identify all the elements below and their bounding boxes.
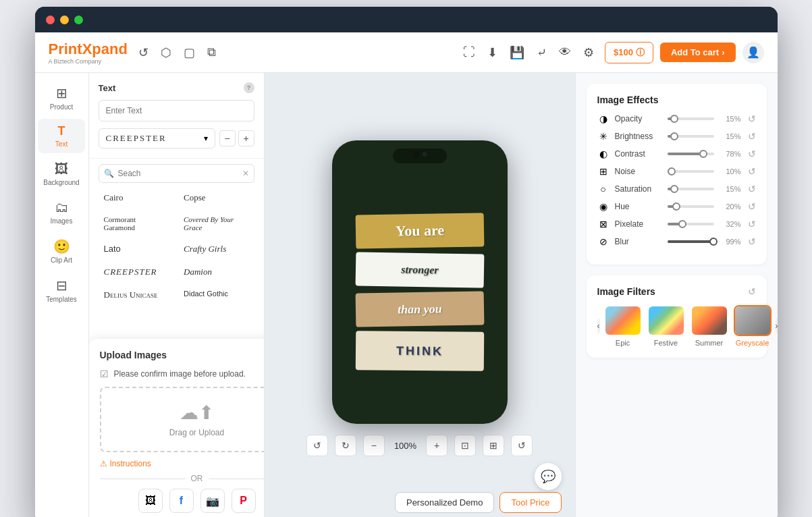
noise-reset[interactable]: ↺	[748, 166, 756, 177]
filters-prev-button[interactable]: ‹	[597, 318, 600, 334]
brightness-slider[interactable]	[668, 135, 714, 138]
zoom-out-button[interactable]: −	[363, 435, 385, 456]
logo-sub: A Biztech Company	[49, 58, 128, 65]
font-item-lato[interactable]: Lato	[99, 240, 175, 258]
blur-reset[interactable]: ↺	[748, 236, 756, 247]
upload-dropzone[interactable]: ☁⬆ Drag or Upload	[100, 387, 265, 452]
personalized-demo-button[interactable]: Personalized Demo	[395, 492, 494, 513]
pixelate-reset[interactable]: ↺	[748, 219, 756, 229]
fullscreen-icon[interactable]: ⛶	[463, 45, 475, 59]
opacity-thumb[interactable]	[670, 115, 678, 123]
opacity-value: 15%	[720, 115, 741, 123]
brightness-thumb[interactable]	[670, 132, 678, 140]
price-button[interactable]: $100 ⓘ	[605, 42, 653, 63]
social-buttons: 🖼 f 📷 P	[100, 489, 265, 513]
crop-canvas-button[interactable]: ⊡	[454, 435, 476, 456]
noise-slider[interactable]	[668, 170, 714, 173]
font-item-cairo[interactable]: Cairo	[99, 188, 175, 207]
saturation-thumb[interactable]	[670, 185, 678, 193]
facebook-upload-button[interactable]: f	[169, 489, 194, 513]
filter-item-festive[interactable]: Festive	[647, 305, 685, 347]
sidebar-item-text[interactable]: T Text	[38, 119, 85, 153]
sidebar-item-product[interactable]: ⊞ Product	[38, 80, 85, 116]
redo-canvas-button[interactable]: ↻	[335, 435, 356, 456]
settings-icon[interactable]: ⚙	[583, 45, 594, 60]
hue-reset[interactable]: ↺	[748, 201, 756, 212]
noise-thumb[interactable]	[668, 167, 676, 175]
instructions-link[interactable]: ⚠ Instructions	[100, 459, 151, 468]
refresh-canvas-button[interactable]: ↺	[511, 435, 533, 456]
price-info-icon[interactable]: ⓘ	[636, 47, 645, 59]
user-menu-button[interactable]: 👤	[742, 42, 764, 63]
sidebar-item-templates[interactable]: ⊟ Templates	[38, 272, 85, 308]
saturation-slider[interactable]	[668, 188, 714, 190]
filter-thumb-summer	[691, 305, 728, 336]
layers-icon[interactable]: ⬡	[161, 45, 171, 60]
filter-item-summer[interactable]: Summer	[691, 305, 728, 347]
font-item-copse[interactable]: Copse	[178, 188, 254, 207]
blur-slider[interactable]	[668, 240, 714, 243]
sidebar-item-templates-label: Templates	[46, 296, 77, 303]
opacity-slider[interactable]	[668, 117, 714, 120]
gallery-upload-button[interactable]: 🖼	[138, 489, 163, 513]
grid-button[interactable]: ⊞	[483, 435, 504, 456]
chat-button[interactable]: 💬	[535, 463, 562, 490]
pinterest-upload-button[interactable]: P	[232, 489, 256, 513]
download-icon[interactable]: ⬇	[487, 45, 497, 60]
font-item-damion[interactable]: Damion	[178, 263, 254, 281]
save-icon[interactable]: 💾	[510, 45, 524, 60]
font-size-increase[interactable]: +	[238, 130, 254, 146]
font-search-clear[interactable]: ✕	[242, 169, 249, 178]
opacity-reset[interactable]: ↺	[748, 113, 756, 124]
saturation-reset[interactable]: ↺	[748, 184, 756, 194]
font-list: Cairo Copse Cormorant Garamond Covered B…	[89, 188, 264, 304]
font-item-crafty[interactable]: Crafty Girls	[178, 240, 254, 258]
contrast-thumb[interactable]	[699, 150, 707, 158]
add-cart-label: Add To cart	[671, 47, 719, 57]
font-item-didact[interactable]: Didact Gothic	[178, 285, 254, 304]
font-item-cormorant[interactable]: Cormorant Garamond	[99, 211, 175, 236]
close-dot[interactable]	[46, 16, 55, 24]
crop-icon[interactable]: ▢	[184, 45, 195, 60]
instagram-upload-button[interactable]: 📷	[200, 489, 225, 513]
font-item-covered[interactable]: Covered By Your Grace	[178, 211, 254, 236]
hue-thumb[interactable]	[672, 202, 680, 211]
hue-slider[interactable]	[668, 205, 714, 208]
contrast-slider[interactable]	[668, 153, 714, 155]
image-effects-title: Image Effects	[597, 94, 756, 105]
sidebar-item-background[interactable]: 🖼 Background	[38, 156, 85, 192]
blur-thumb[interactable]	[709, 238, 718, 246]
sidebar-item-clipart[interactable]: 🙂 Clip Art	[38, 233, 85, 269]
preview-icon[interactable]: 👁	[559, 45, 571, 59]
filters-refresh-icon[interactable]: ↺	[748, 286, 756, 297]
zoom-in-button[interactable]: +	[426, 435, 448, 456]
brightness-reset[interactable]: ↺	[748, 131, 756, 142]
brightness-value: 15%	[720, 132, 741, 140]
share-icon[interactable]: ⤶	[537, 45, 547, 60]
filter-item-greyscale[interactable]: Greyscale	[734, 305, 772, 347]
text-info-icon[interactable]: ?	[244, 82, 254, 93]
font-dropdown-chevron: ▾	[204, 134, 208, 143]
contrast-reset[interactable]: ↺	[748, 148, 756, 159]
pixelate-slider[interactable]	[668, 223, 714, 225]
pixelate-thumb[interactable]	[678, 220, 686, 228]
tool-price-button[interactable]: Tool Price	[499, 492, 561, 513]
sidebar-item-images[interactable]: 🗂 Images	[38, 194, 85, 230]
add-to-cart-button[interactable]: Add To cart ›	[660, 43, 736, 62]
font-size-decrease[interactable]: −	[219, 130, 236, 146]
font-item-delius[interactable]: Delius Unicase	[99, 285, 175, 304]
image-effects-section: Image Effects ◑ Opacity 15% ↺	[587, 84, 767, 265]
copy-icon[interactable]: ⧉	[207, 45, 216, 59]
minimize-dot[interactable]	[60, 16, 69, 24]
maximize-dot[interactable]	[74, 16, 83, 24]
logo-text: PrintXpand	[49, 40, 128, 58]
font-dropdown[interactable]: CREEPSTER ▾	[99, 128, 215, 148]
text-input[interactable]	[99, 100, 254, 121]
undo-canvas-button[interactable]: ↺	[306, 435, 328, 456]
blur-label: Blur	[615, 237, 662, 246]
font-search-input[interactable]	[99, 164, 254, 183]
filter-item-epic[interactable]: Epic	[604, 305, 642, 347]
undo-icon[interactable]: ↺	[138, 45, 148, 60]
filters-next-button[interactable]: ›	[776, 318, 778, 334]
font-item-creepster[interactable]: Creepster	[99, 263, 175, 281]
